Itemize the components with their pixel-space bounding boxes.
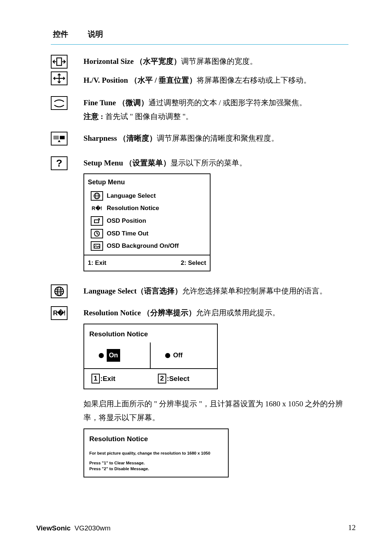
- sharpness-icon: [51, 132, 68, 145]
- sharpness-desc: Sharpness （清晰度）调节屏幕图像的清晰度和聚焦程度。: [83, 132, 348, 145]
- clock-mini-icon: [91, 229, 103, 238]
- horizontal-size-title: Horizontal Size: [83, 57, 135, 66]
- language-select-desc: Language Select（语言选择）允许您选择菜单和控制屏幕中使用的语言。: [83, 284, 348, 298]
- hv-position-title: H./V. Position: [83, 76, 130, 85]
- footer-page-number: 12: [348, 523, 356, 532]
- svg-rect-5: [54, 136, 58, 139]
- fine-tune-title: Fine Tune: [83, 98, 118, 107]
- setup-menu-desc: Setup Menu （设置菜单）显示以下所示的菜单。: [83, 156, 348, 170]
- fine-tune-icon: [51, 96, 68, 110]
- setup-select: 2: Select: [181, 258, 206, 269]
- header-separator: [51, 44, 348, 45]
- resbox2-line1: For best picture quality, change the res…: [89, 450, 223, 457]
- setup-item-language: Language Select: [91, 190, 206, 202]
- setup-menu-box: Setup Menu Language Select R�! Resolutio…: [83, 173, 211, 271]
- horizontal-size-desc: Horizontal Size （水平宽度）调节屏幕图像的宽度。: [83, 55, 348, 69]
- col-controls: 控件: [53, 29, 68, 39]
- resbox2-line2: Press "1" to Clear Message. Press "2" to…: [89, 460, 223, 472]
- setup-menu-title: Setup Menu: [83, 159, 125, 167]
- resbox2-title: Resolution Notice: [89, 433, 223, 445]
- footer-brand: ViewSonic VG2030wm: [36, 524, 111, 532]
- col-description: 说明: [88, 29, 103, 39]
- resolution-notice-icon: R�!: [51, 306, 68, 320]
- setup-item-osd-background: OSD Background On/Off: [91, 240, 206, 253]
- setup-item-osd-position: OSD Position: [91, 215, 206, 227]
- resolution-notice-title: Resolution Notice: [83, 308, 143, 317]
- hv-position-desc: H./V. Position （水平 / 垂直位置）将屏幕图像左右移动或上下移动…: [83, 74, 348, 87]
- svg-rect-7: [60, 136, 65, 139]
- horizontal-size-icon: [51, 55, 68, 69]
- setup-exit: 1: Exit: [88, 258, 106, 269]
- svg-rect-16: [94, 244, 100, 248]
- setup-item-osd-timeout: OSD Time Out: [91, 227, 206, 240]
- hv-position-icon: [51, 71, 68, 85]
- svg-rect-12: [94, 220, 99, 223]
- globe-mini-icon: [91, 191, 103, 201]
- fine-tune-note: 注意 : 首先试 " 图像自动调整 "。: [83, 110, 348, 124]
- sharpness-title: Sharpness: [83, 134, 119, 143]
- resolution-notice-box-2: Resolution Notice For best picture quali…: [83, 428, 229, 478]
- setup-menu-icon: ?: [51, 156, 68, 170]
- resolution-notice-paragraph: 如果启用上面所示的 " 分辨率提示 "，且计算器设置为 1680 x 1050 …: [83, 397, 348, 425]
- osd-position-mini-icon: [91, 216, 103, 226]
- bullet-icon: [165, 353, 170, 358]
- fine-tune-desc: Fine Tune （微调）通过调整明亮的文本 / 或图形字符来加强聚焦。: [83, 96, 348, 110]
- resbox1-off: Off: [151, 342, 217, 368]
- bullet-icon: [99, 353, 104, 358]
- svg-rect-0: [57, 58, 61, 66]
- svg-line-15: [97, 234, 98, 234]
- language-select-icon: [51, 284, 68, 298]
- resolution-notice-desc: Resolution Notice （分辨率提示）允许启用或禁用此提示。: [83, 306, 348, 320]
- resbox1-select: 2:Select: [151, 369, 217, 389]
- res-mini-icon: R�!: [91, 204, 103, 213]
- setup-box-title: Setup Menu: [84, 174, 210, 189]
- svg-marker-8: [58, 140, 61, 142]
- resolution-notice-box-1: Resolution Notice On Off 1:Exit 2:Select: [83, 324, 218, 389]
- resbox1-title: Resolution Notice: [84, 324, 217, 342]
- bg-mini-icon: [91, 241, 103, 251]
- resbox1-exit: 1:Exit: [84, 369, 151, 389]
- setup-item-resolution: R�! Resolution Notice: [91, 202, 206, 215]
- language-select-title: Language Select: [83, 287, 136, 295]
- resbox1-on: On: [84, 342, 151, 368]
